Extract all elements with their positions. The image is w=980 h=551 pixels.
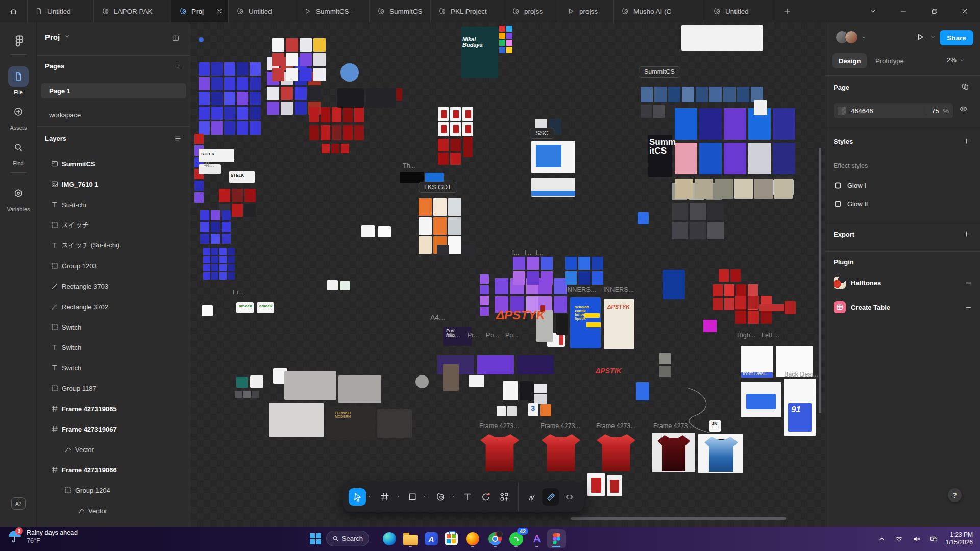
canvas-thumbnail[interactable] [536,145,561,167]
canvas-thumbnail[interactable] [773,108,795,140]
canvas-thumbnail[interactable] [696,87,708,102]
canvas-thumbnail[interactable] [480,274,489,284]
canvas-thumbnail[interactable] [450,153,461,165]
canvas-thumbnail[interactable] [736,284,746,296]
layer-row-vector[interactable]: Vector [37,439,190,460]
canvas-thumbnail[interactable] [592,271,603,285]
horizontal-scrollbar[interactable] [571,517,786,520]
canvas-thumbnail[interactable] [235,391,242,398]
tray-volume-mute[interactable] [908,529,925,549]
canvas-thumbnail[interactable] [695,179,713,199]
opacity-value[interactable]: 75 [932,107,939,115]
tab-musho-ai-c[interactable]: Musho AI (C [614,0,705,22]
tray-cast[interactable] [925,529,943,549]
canvas-thumbnail[interactable] [211,222,220,232]
canvas-thumbnail[interactable] [724,298,734,310]
canvas-thumbnail[interactable] [224,62,235,76]
frame-label-th[interactable]: Th... [403,162,415,169]
rail-item-assets[interactable]: Assets [0,102,37,131]
tab-lapor-pak[interactable]: LAPOR PAK [94,0,172,22]
canvas-thumbnail[interactable] [199,121,210,135]
canvas-thumbnail[interactable] [232,189,243,202]
canvas-thumbnail[interactable] [272,38,284,52]
frame-label-i[interactable]: i... [512,249,519,256]
avatar[interactable] [845,31,858,44]
jersey-design-red[interactable] [542,434,580,471]
canvas-thumbnail[interactable] [499,40,505,46]
add-style-icon[interactable] [960,135,972,147]
canvas-thumbnail[interactable] [469,375,484,387]
canvas-thumbnail[interactable] [448,198,461,216]
canvas-thumbnail[interactable] [534,384,547,393]
canvas-thumbnail[interactable] [681,25,763,51]
layer-row-frame-427319066[interactable]: Frame 427319066 [37,460,190,480]
layer-row-frame-427319065[interactable]: Frame 427319065 [37,398,190,419]
canvas-thumbnail[interactable] [499,47,505,53]
canvas-thumbnail[interactable] [723,87,736,102]
canvas-thumbnail[interactable] [309,125,319,140]
canvas-thumbnail[interactable] [638,212,649,224]
canvas-thumbnail[interactable] [672,203,688,220]
layer-row-switch[interactable]: Switch [37,337,190,358]
new-tab-button[interactable] [775,0,799,22]
canvas-thumbnail[interactable] [506,33,512,39]
layer-row-group-1187[interactable]: Group 1187 [37,378,190,398]
canvas-thumbnail[interactable] [735,311,746,324]
canvas-thumbnail[interactable] [754,100,767,115]
plugin-create-table[interactable]: Create Table [834,298,972,316]
taskbar-app-a-app[interactable]: A [528,530,546,548]
canvas-thumbnail[interactable] [556,314,568,335]
jersey-design-red[interactable] [597,434,635,471]
canvas-thumbnail[interactable] [774,179,793,199]
taskbar-search[interactable]: Search [326,531,369,546]
taskbar-app-win[interactable] [306,530,325,548]
canvas-thumbnail[interactable] [194,192,204,203]
canvas-thumbnail[interactable] [668,87,680,102]
canvas-thumbnail[interactable] [228,256,235,263]
canvas-thumbnail[interactable] [211,248,218,255]
canvas-thumbnail[interactable] [690,222,706,239]
window-menu-chevron[interactable] [857,0,888,22]
tab-untitled[interactable]: Untitled [229,0,296,22]
canvas-thumbnail[interactable] [699,108,722,140]
taskbar-app-chrome[interactable] [486,530,504,548]
canvas-thumbnail[interactable] [228,264,235,271]
canvas-thumbnail[interactable] [506,40,512,46]
canvas-thumbnail[interactable] [284,371,336,400]
frame-label-4l[interactable]: 4l... [204,161,214,168]
canvas-thumbnail[interactable] [734,179,753,199]
canvas-thumbnail[interactable] [332,107,341,122]
page-color-input[interactable]: 464646 75 % [834,103,953,118]
canvas-thumbnail[interactable] [610,480,619,493]
canvas-thumbnail[interactable] [250,375,263,388]
canvas-thumbnail[interactable] [527,257,539,270]
canvas-thumbnail[interactable] [337,88,364,108]
window-close-button[interactable] [949,0,980,22]
taskbar-app-store[interactable] [442,530,460,548]
canvas-thumbnail[interactable] [199,77,210,90]
canvas-thumbnail[interactable] [199,92,210,105]
canvas-thumbnail[interactable] [313,53,326,66]
canvas-thumbnail[interactable] [554,296,567,313]
canvas-thumbnail[interactable] [715,179,733,199]
taskbar-app-folder[interactable] [401,530,420,548]
canvas-thumbnail[interactable] [194,134,204,144]
move-tool[interactable] [349,488,366,506]
canvas-thumbnail[interactable] [237,77,248,90]
layer-row-vector[interactable]: Vector [37,500,190,521]
frame-label-po[interactable]: Po... [505,332,519,339]
canvas-thumbnail[interactable] [211,107,223,120]
remove-plugin-icon[interactable] [965,304,972,311]
section-label-summitcs[interactable]: SummitCS [639,66,680,78]
canvas-thumbnail[interactable] [541,271,553,285]
rail-item-file[interactable]: File [0,66,37,95]
canvas-thumbnail[interactable] [761,311,772,324]
canvas-thumbnail[interactable] [203,248,210,255]
canvas-thumbnail[interactable] [300,38,312,52]
frame-label-po[interactable]: Po... [447,332,460,339]
canvas-thumbnail[interactable] [724,143,746,174]
frame-tool[interactable] [376,488,394,506]
canvas-thumbnail[interactable] [735,296,746,309]
canvas-thumbnail[interactable] [746,394,776,409]
taskbar-app-edge[interactable] [380,530,399,548]
